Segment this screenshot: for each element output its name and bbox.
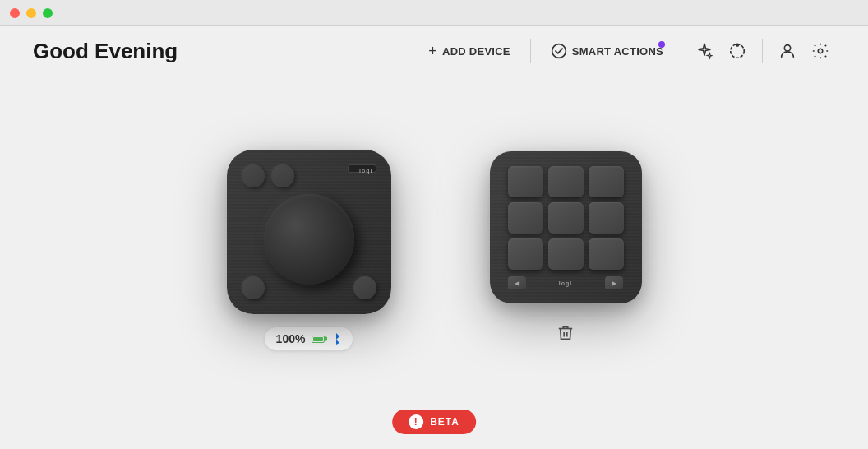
numpad-next-arrow: ▶ [612, 280, 616, 287]
numpad-device[interactable]: ◀ logi ▶ [490, 151, 642, 303]
numpad-logi-text: logi [559, 280, 572, 286]
page-title: Good Evening [33, 39, 415, 64]
user-button[interactable] [773, 36, 802, 66]
dial-bottom-right-button [353, 276, 376, 299]
sparkle-icon [695, 42, 713, 60]
plus-icon: + [428, 43, 437, 60]
numpad-key-2 [548, 166, 584, 197]
numpad-key-6 [589, 202, 624, 234]
dial-logi-text: logi [359, 168, 372, 174]
numpad-key-5 [548, 202, 584, 234]
close-button[interactable] [10, 8, 20, 18]
numpad-key-4 [508, 202, 543, 234]
dial-device[interactable]: logi [227, 150, 391, 314]
numpad-next-button: ▶ [605, 276, 623, 289]
add-device-button[interactable]: + ADD DEVICE [415, 36, 524, 67]
dial-device-card: logi 100% [227, 150, 391, 350]
sparkle-button[interactable] [690, 36, 719, 66]
battery-icon [312, 336, 325, 343]
main-content: logi 100% [0, 76, 868, 408]
numpad-bottom-bar: ◀ logi ▶ [500, 276, 632, 294]
settings-button[interactable] [806, 36, 835, 66]
dial-top-center-button [271, 164, 294, 187]
numpad-device-card: ◀ logi ▶ [490, 151, 642, 349]
smart-actions-icon [551, 43, 567, 59]
header-separator [762, 39, 763, 63]
numpad-prev-button: ◀ [508, 276, 526, 289]
minimize-button[interactable] [26, 8, 36, 18]
numpad-actions [549, 317, 582, 349]
bluetooth-icon [331, 332, 341, 345]
battery-body [312, 336, 325, 343]
smart-actions-notification-dot [658, 41, 665, 48]
smart-actions-button[interactable]: SMART ACTIONS [538, 36, 676, 66]
user-icon [778, 42, 796, 60]
numpad-key-8 [548, 238, 584, 270]
maximize-button[interactable] [43, 8, 53, 18]
numpad-image-container[interactable]: ◀ logi ▶ [490, 151, 642, 303]
loading-icon [728, 42, 746, 60]
beta-exclamation-icon: ! [409, 414, 423, 429]
numpad-grid [500, 160, 632, 276]
dial-main-wheel [264, 194, 354, 285]
header-icons [690, 36, 835, 66]
beta-label: BETA [430, 416, 459, 428]
settings-icon [811, 42, 829, 60]
battery-percent: 100% [276, 332, 306, 345]
numpad-key-7 [508, 238, 543, 270]
beta-badge[interactable]: ! BETA [392, 410, 476, 434]
battery-info: 100% [265, 327, 353, 350]
battery-fill [313, 337, 323, 341]
numpad-key-3 [589, 166, 624, 197]
delete-device-button[interactable] [549, 317, 582, 349]
svg-point-1 [736, 44, 739, 46]
dial-bottom-left-button [242, 276, 265, 299]
dial-image-container[interactable]: logi [227, 150, 391, 314]
numpad-prev-arrow: ◀ [515, 280, 519, 287]
dial-bottom-controls [242, 276, 376, 299]
svg-point-3 [818, 49, 823, 53]
numpad-key-9 [589, 238, 624, 270]
numpad-key-1 [508, 166, 543, 197]
header-divider [530, 39, 531, 63]
header: Good Evening + ADD DEVICE SMART ACTIONS [0, 26, 868, 76]
title-bar [0, 0, 868, 26]
svg-point-2 [784, 45, 790, 51]
header-center: + ADD DEVICE SMART ACTIONS [415, 36, 676, 67]
loading-button[interactable] [723, 36, 752, 66]
trash-icon [556, 324, 575, 342]
dial-top-left-button [242, 164, 265, 187]
smart-actions-label: SMART ACTIONS [572, 45, 663, 58]
add-device-label: ADD DEVICE [442, 45, 510, 58]
